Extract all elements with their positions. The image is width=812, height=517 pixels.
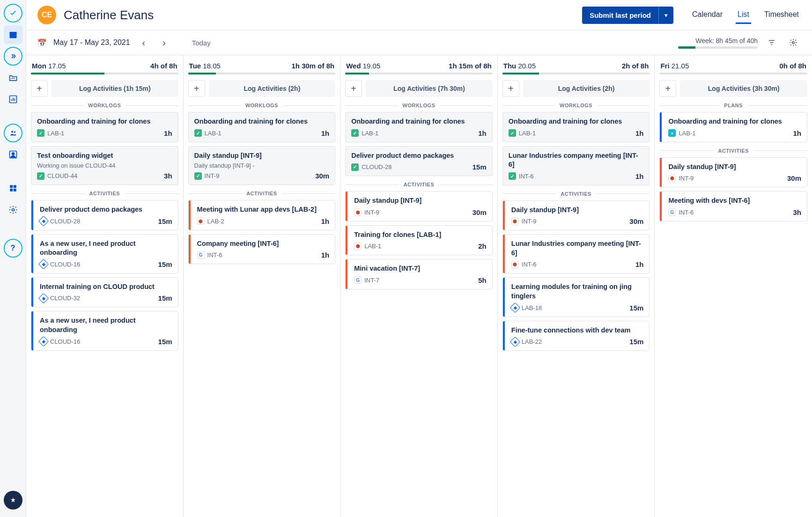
card[interactable]: Test onboarding widget Working on issue … xyxy=(31,146,178,185)
board: Mon 17.054h of 8h + Log Activities (1h 1… xyxy=(26,55,812,517)
card[interactable]: Meeting with Lunar app devs [LAB-2] ⬢LAB… xyxy=(188,200,336,230)
day-column: Mon 17.054h of 8h + Log Activities (1h 1… xyxy=(26,55,184,517)
week-progress: Week: 8h 45m of 40h xyxy=(678,37,758,49)
log-activities-button[interactable]: Log Activities (3h 30m) xyxy=(680,80,807,97)
calendar-icon[interactable]: 📅 xyxy=(37,38,47,47)
settings-button[interactable] xyxy=(786,35,801,50)
card[interactable]: Onboarding and training for clones »LAB-… xyxy=(659,112,807,142)
card[interactable]: Daily standup [INT-9] ⬢INT-9 30m xyxy=(345,191,493,222)
date-range[interactable]: May 17 - May 23, 2021 xyxy=(53,38,130,47)
nav-team[interactable] xyxy=(4,124,22,142)
card[interactable]: Daily standup [INT-9] ⬢INT-9 30m xyxy=(659,157,807,188)
nav-help[interactable]: ? xyxy=(4,239,22,258)
card[interactable]: Daily standup [INT-9] Daily standup [INT… xyxy=(188,146,336,185)
day-column: Fri 21.050h of 8h + Log Activities (3h 3… xyxy=(655,55,812,517)
sidebar: ? xyxy=(0,0,26,517)
next-week-button[interactable]: › xyxy=(157,36,171,50)
svg-point-11 xyxy=(12,209,14,211)
card[interactable]: Onboarding and training for clones ✓LAB-… xyxy=(31,112,178,142)
card[interactable]: Onboarding and training for clones ✓LAB-… xyxy=(345,112,493,142)
day-column: Thu 20.052h of 8h + Log Activities (2h)W… xyxy=(498,55,655,517)
card[interactable]: Mini vacation [INT-7] GINT-7 5h xyxy=(345,259,493,289)
log-activities-button[interactable]: Log Activities (2h) xyxy=(523,80,650,97)
nav-settings[interactable] xyxy=(4,200,22,219)
today-button[interactable]: Today xyxy=(192,39,211,47)
card[interactable]: Lunar Industries company meeting [INT-6]… xyxy=(502,234,650,273)
chevron-down-icon[interactable]: ▾ xyxy=(658,7,673,23)
filter-button[interactable] xyxy=(764,35,779,50)
prev-week-button[interactable]: ‹ xyxy=(137,36,151,50)
day-column: Tue 18.051h 30m of 8h + Log Activities (… xyxy=(184,55,341,517)
main: CE Catherine Evans Submit last period ▾ … xyxy=(26,0,812,517)
nav-apps[interactable] xyxy=(4,179,22,198)
add-button[interactable]: + xyxy=(345,80,362,97)
card[interactable]: As a new user, I need product onboarding… xyxy=(31,311,178,350)
svg-rect-1 xyxy=(9,32,16,33)
card[interactable]: Training for clones [LAB-1] ⬢LAB-1 2h xyxy=(345,225,493,256)
card[interactable]: Deliver product demo packages ◆CLOUD-28 … xyxy=(31,200,178,230)
svg-rect-10 xyxy=(13,189,16,192)
svg-rect-7 xyxy=(10,185,13,188)
card[interactable]: Daily standup [INT-9] ⬢INT-9 30m xyxy=(502,200,650,231)
nav-chart[interactable] xyxy=(4,90,22,109)
card[interactable]: Deliver product demo packages ✓CLOUD-28 … xyxy=(345,146,493,177)
card[interactable]: Learning modules for training on jing ti… xyxy=(502,277,650,317)
card[interactable]: Onboarding and training for clones ✓LAB-… xyxy=(502,112,650,142)
card[interactable]: Lunar Industries company meeting [INT-6]… xyxy=(502,146,650,185)
log-activities-button[interactable]: Log Activities (7h 30m) xyxy=(366,80,493,97)
nav-calendar[interactable] xyxy=(4,25,22,44)
avatar[interactable]: CE xyxy=(37,6,56,24)
card[interactable]: Meeting with devs [INT-6] GINT-6 3h xyxy=(659,191,807,222)
card[interactable]: Company meeting [INT-6] GINT-6 1h xyxy=(188,234,336,265)
log-activities-button[interactable]: Log Activities (1h 15m) xyxy=(52,80,178,97)
add-button[interactable]: + xyxy=(188,80,205,97)
day-column: Wed 19.051h 15m of 8h + Log Activities (… xyxy=(340,55,498,517)
svg-point-4 xyxy=(14,131,15,133)
header: CE Catherine Evans Submit last period ▾ … xyxy=(26,0,812,30)
nav-logo[interactable] xyxy=(4,4,22,22)
datebar: 📅 May 17 - May 23, 2021 ‹ › Today Week: … xyxy=(26,30,812,55)
add-button[interactable]: + xyxy=(31,80,48,97)
card[interactable]: Onboarding and training for clones ✓LAB-… xyxy=(188,112,336,142)
svg-rect-8 xyxy=(13,185,16,188)
card[interactable]: Internal training on CLOUD product ◆CLOU… xyxy=(31,277,178,308)
card[interactable]: Fine-tune connections with dev team ◆LAB… xyxy=(502,321,650,351)
svg-point-12 xyxy=(792,42,795,44)
tab-timesheet[interactable]: Timesheet xyxy=(762,7,801,24)
user-name: Catherine Evans xyxy=(64,8,154,22)
add-button[interactable]: + xyxy=(659,80,676,97)
card[interactable]: As a new user, I need product onboarding… xyxy=(31,234,178,273)
add-button[interactable]: + xyxy=(502,80,519,97)
log-activities-button[interactable]: Log Activities (2h) xyxy=(209,80,336,97)
svg-point-3 xyxy=(11,131,13,133)
tab-list[interactable]: List xyxy=(736,7,751,24)
view-tabs: Calendar List Timesheet xyxy=(690,7,801,24)
nav-next[interactable] xyxy=(4,47,22,66)
tab-calendar[interactable]: Calendar xyxy=(690,7,724,24)
submit-period-button[interactable]: Submit last period ▾ xyxy=(582,7,673,24)
nav-pin[interactable] xyxy=(4,491,22,510)
svg-rect-9 xyxy=(10,189,13,192)
nav-report-folder[interactable] xyxy=(4,68,22,87)
svg-point-6 xyxy=(12,153,14,155)
nav-person[interactable] xyxy=(4,145,22,164)
